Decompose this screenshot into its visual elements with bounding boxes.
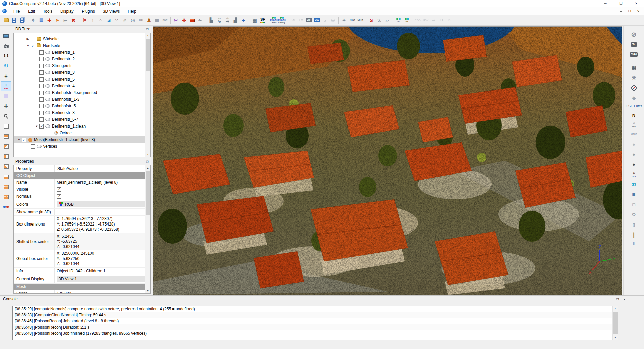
property-dropdown[interactable]: RGB▾ bbox=[57, 201, 148, 207]
hpr-icon[interactable]: ○HPR bbox=[629, 119, 639, 129]
histogram-icon[interactable]: ▙ bbox=[207, 16, 215, 25]
tree-checkbox[interactable] bbox=[39, 77, 44, 82]
tree-checkbox[interactable] bbox=[39, 70, 44, 75]
right-view-icon[interactable] bbox=[1, 162, 11, 171]
maximize-button[interactable]: ❐ bbox=[613, 0, 629, 7]
plugins-icon[interactable]: ✦ bbox=[340, 16, 348, 25]
tree-item-strengerstr[interactable]: Strengerstr bbox=[14, 62, 150, 69]
clone-icon[interactable]: ⌖ bbox=[29, 16, 37, 25]
globe-icon[interactable]: ⊕ bbox=[329, 16, 337, 25]
scroll-down-icon[interactable]: ▼ bbox=[145, 288, 150, 293]
stat-test-icon[interactable]: ▟ bbox=[231, 16, 239, 25]
tree-item-mesh-berlinerstr-1-clean-level-8-[interactable]: ▼✓Mesh[Berlinerstr_1.clean] (level 8) bbox=[14, 136, 150, 143]
h-icon[interactable]: H bbox=[438, 16, 446, 25]
g3point-icon[interactable]: G3 bbox=[629, 180, 639, 189]
tree-item-berlinerstr-1[interactable]: Berlinerstr_1 bbox=[14, 49, 150, 56]
add-constant-icon[interactable]: + bbox=[239, 16, 248, 25]
property-checkbox[interactable] bbox=[57, 210, 61, 214]
scrollbar-thumb[interactable] bbox=[613, 312, 618, 334]
property-dropdown[interactable]: 3D View 1▾ bbox=[57, 276, 148, 282]
tree-item-berlinerstr-5[interactable]: Berlinerstr_5 bbox=[14, 76, 150, 83]
cross-section-icon[interactable] bbox=[188, 16, 196, 25]
sf-icon[interactable]: SF bbox=[259, 16, 267, 25]
sor-filter-icon[interactable]: SOR bbox=[161, 16, 169, 25]
sample-points-icon[interactable]: ♟ bbox=[145, 16, 153, 25]
scroll-up-icon[interactable]: ▲ bbox=[613, 306, 618, 311]
console-close-button[interactable]: ✕ bbox=[622, 297, 627, 302]
property-checkbox[interactable]: ✓ bbox=[57, 187, 61, 192]
mdi-close-button[interactable]: ✕ bbox=[634, 8, 643, 15]
save-all-icon[interactable] bbox=[18, 16, 26, 25]
minmax-icon[interactable]: min⇥ bbox=[223, 16, 231, 25]
noise-filter-icon[interactable]: ∵ bbox=[113, 16, 121, 25]
top-view-icon[interactable] bbox=[1, 132, 11, 141]
subsample-icon[interactable]: ∴ bbox=[97, 16, 105, 25]
scrollbar-thumb[interactable] bbox=[146, 39, 150, 71]
layers-icon[interactable]: ≡ bbox=[629, 190, 639, 199]
mls-icon[interactable]: MLS bbox=[356, 16, 364, 25]
m3c2-icon[interactable]: M3C2 bbox=[629, 129, 639, 139]
console-body[interactable]: [08:35:29] [computeNormals] compute norm… bbox=[12, 306, 618, 340]
tree-item-berlinerstr-4[interactable]: Berlinerstr_4 bbox=[14, 83, 150, 89]
minimize-button[interactable]: ─ bbox=[598, 0, 613, 7]
tree-checkbox[interactable] bbox=[39, 84, 44, 88]
db-tree-float-button[interactable]: ❐ bbox=[145, 27, 150, 32]
tree-checkbox[interactable] bbox=[39, 104, 44, 108]
sphere-light-icon[interactable]: ● bbox=[629, 139, 639, 149]
menu-plugins[interactable]: Plugins bbox=[77, 7, 99, 15]
spline-icon[interactable]: S bbox=[367, 16, 375, 25]
scalar-arrow-icon[interactable]: ➦ bbox=[430, 16, 438, 25]
label-points-icon[interactable]: ◎ bbox=[129, 16, 137, 25]
tree-checkbox[interactable] bbox=[48, 131, 52, 135]
k-icon[interactable]: K bbox=[446, 16, 454, 25]
save-icon[interactable] bbox=[10, 16, 18, 25]
masc-3d-icon-1[interactable]: 3D bbox=[394, 16, 402, 25]
screenshot-icon[interactable] bbox=[1, 41, 11, 51]
mdi-restore-button[interactable]: ❐ bbox=[625, 8, 634, 15]
menu-edit[interactable]: Edit bbox=[24, 7, 39, 15]
fit-distribution-icon[interactable]: μ,σ∿ bbox=[215, 16, 223, 25]
tree-checkbox[interactable] bbox=[39, 64, 44, 68]
segment-icon[interactable]: ✂ bbox=[172, 16, 180, 25]
menu-3d-views[interactable]: 3D Views bbox=[99, 7, 124, 15]
goto-origin-icon[interactable]: ⇤ bbox=[61, 16, 69, 25]
tree-item-vertices[interactable]: vertices bbox=[14, 143, 150, 150]
tree-item-bahnhofstr-5[interactable]: Bahnhofstr_5 bbox=[14, 103, 150, 109]
rotate-translate-icon[interactable]: ✜ bbox=[180, 16, 188, 25]
box-outline-icon[interactable]: □ bbox=[629, 200, 639, 209]
scrollbar-thumb[interactable] bbox=[146, 171, 150, 215]
wire-cube-icon[interactable] bbox=[1, 121, 11, 131]
checker-icon[interactable]: ▩ bbox=[153, 16, 161, 25]
canupo-create-icon[interactable]: CANUPOCreate bbox=[270, 16, 278, 25]
apply-transformation-icon[interactable]: ✚ bbox=[45, 16, 53, 25]
normals-compute-icon[interactable]: N+C bbox=[348, 16, 356, 25]
hsv-icon[interactable]: HSV bbox=[422, 16, 430, 25]
rgb-sphere-icon[interactable]: ●RGB bbox=[629, 169, 639, 179]
mdi-minimize-button[interactable]: ─ bbox=[616, 8, 625, 15]
left-view-icon[interactable] bbox=[1, 152, 11, 161]
tree-item-s-dseite[interactable]: ▶Südseite bbox=[14, 36, 150, 42]
tree-checkbox[interactable] bbox=[39, 97, 44, 102]
3d-viewport[interactable]: Z Y X bbox=[153, 26, 622, 295]
sphere-dark-icon[interactable]: ● bbox=[629, 159, 639, 169]
tree-item-bahnhofstr-1-3[interactable]: Bahnhofstr_1-3 bbox=[14, 96, 150, 103]
sphere-mid-icon[interactable]: ● bbox=[629, 149, 639, 159]
perspective-icon[interactable] bbox=[1, 91, 11, 101]
tree-item-berlinerstr-6-7[interactable]: Berlinerstr_6-7 bbox=[14, 116, 150, 123]
tree-checkbox[interactable]: ✓ bbox=[31, 44, 35, 48]
open-file-icon[interactable] bbox=[2, 16, 10, 25]
menu-display[interactable]: Display bbox=[56, 7, 77, 15]
tree-item-berlinerstr-3[interactable]: Berlinerstr_3 bbox=[14, 69, 150, 76]
tree-checkbox[interactable] bbox=[39, 91, 44, 95]
tree-item-bahnhofstr-4-segmented[interactable]: Bahnhofstr_4.segmented bbox=[14, 89, 150, 96]
auto-pivot-icon[interactable]: +auto bbox=[1, 81, 11, 91]
connected-components-icon[interactable]: CC bbox=[137, 16, 145, 25]
console-float-button[interactable]: ❐ bbox=[615, 297, 620, 302]
console-scrollbar[interactable]: ▲ ▼ bbox=[612, 306, 618, 340]
no-filter-icon[interactable]: ⊘ bbox=[629, 30, 639, 39]
interactive-transformation-icon[interactable]: ➤ bbox=[53, 16, 61, 25]
shp-file-icon[interactable]: SHP bbox=[305, 16, 313, 25]
menu-tools[interactable]: Tools bbox=[39, 7, 56, 15]
zoom-1-1-icon[interactable]: 1:1 bbox=[1, 51, 11, 61]
resample-icon[interactable]: ⇗ bbox=[121, 16, 129, 25]
